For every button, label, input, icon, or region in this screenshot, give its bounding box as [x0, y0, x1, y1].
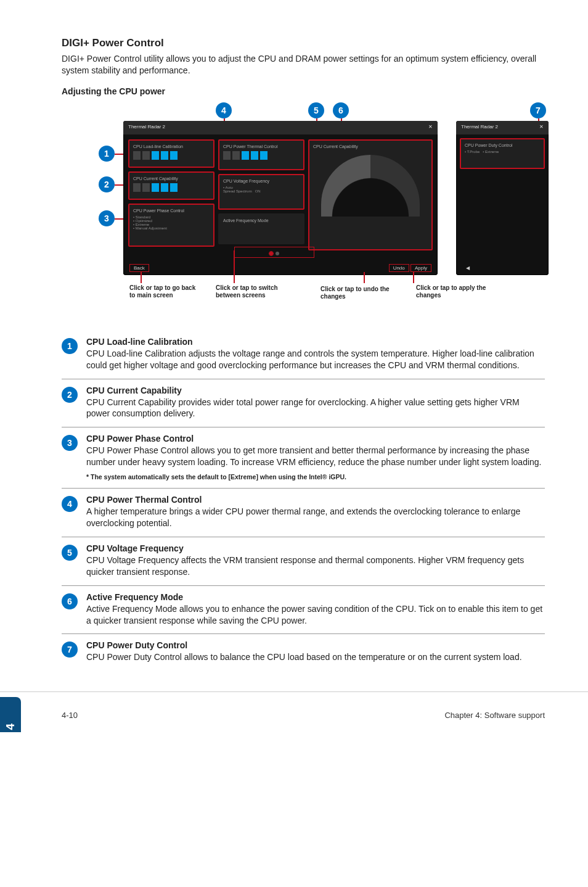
page-footer: 4-10 Chapter 4: Software support — [0, 691, 588, 732]
callout-5: 5 — [308, 102, 324, 118]
section-sub-title: Adjusting the CPU power — [62, 86, 545, 96]
feature-body: CPU Current Capability provides wider to… — [86, 397, 545, 420]
screen-pager[interactable] — [234, 247, 314, 258]
connector-line — [141, 272, 142, 283]
feature-note: * The system automatically sets the defa… — [86, 473, 545, 481]
connector-line — [413, 272, 414, 283]
callout-2: 2 — [99, 176, 115, 192]
feature-body: CPU Load-line Calibration adjusts the vo… — [86, 348, 545, 371]
feature-number: 2 — [62, 387, 78, 403]
section-intro: DIGI+ Power Control utility allows you t… — [62, 53, 545, 76]
feature-item-4: 4 CPU Power Thermal Control A higher tem… — [62, 489, 545, 537]
callout-6: 6 — [333, 102, 349, 118]
feature-title: CPU Power Thermal Control — [86, 495, 545, 505]
caption-switch: Click or tap to switch between screens — [216, 284, 302, 299]
panel-phase-control[interactable]: CPU Power Phase Control • Standard• Opti… — [128, 204, 214, 247]
feature-number: 7 — [62, 642, 78, 658]
window-title: Thermal Radar 2 — [461, 124, 498, 131]
feature-title: CPU Power Phase Control — [86, 434, 545, 444]
feature-number: 3 — [62, 435, 78, 451]
feature-number: 5 — [62, 545, 78, 561]
panel-active-frequency[interactable]: Active Frequency Mode — [218, 213, 304, 244]
feature-title: CPU Load-line Calibration — [86, 337, 545, 347]
feature-body: Active Frequency Mode allows you to enha… — [86, 603, 545, 627]
section-title: DIGI+ Power Control — [62, 37, 545, 49]
connector-line — [364, 272, 365, 283]
feature-item-3: 3 CPU Power Phase Control CPU Power Phas… — [62, 427, 545, 489]
back-button[interactable]: Back — [129, 264, 149, 272]
app-screenshot-main: Thermal Radar 2 ✕ CPU Load-line Calibrat… — [123, 121, 438, 275]
close-icon[interactable]: ✕ — [428, 124, 433, 131]
window-title: Thermal Radar 2 — [128, 124, 165, 131]
panel-duty-control[interactable]: CPU Power Duty Control • T.Probe • Extre… — [460, 138, 545, 169]
panel-current-gauge[interactable]: CPU Current Capability — [308, 139, 433, 250]
chapter-tab-label: Chapter 4 — [4, 723, 17, 733]
chapter-tab: Chapter 4 — [0, 697, 21, 732]
callout-7: 7 — [530, 102, 546, 118]
feature-title: CPU Power Duty Control — [86, 640, 545, 650]
back-button[interactable]: ◀ — [462, 265, 473, 271]
feature-body: CPU Voltage Frequency affects the VRM tr… — [86, 555, 545, 578]
feature-item-6: 6 Active Frequency Mode Active Frequency… — [62, 586, 545, 635]
panel-voltage-frequency[interactable]: CPU Voltage Frequency • AutoSpread Spect… — [218, 174, 304, 210]
caption-undo: Click or tap to undo the changes — [321, 286, 401, 300]
app-screenshot-secondary: Thermal Radar 2 ✕ CPU Power Duty Control… — [456, 121, 549, 275]
feature-body: CPU Power Duty Control allows to balance… — [86, 651, 545, 663]
panel-current-capability[interactable]: CPU Current Capability — [128, 171, 214, 200]
caption-back: Click or tap to go back to main screen — [129, 284, 197, 299]
diagram: 4 5 6 7 1 2 3 Thermal Radar 2 ✕ CPU Load… — [62, 102, 549, 318]
feature-title: CPU Current Capability — [86, 386, 545, 395]
page-number: 4-10 — [62, 711, 78, 720]
caption-apply: Click or tap to apply the changes — [416, 284, 490, 299]
panel-thermal-control[interactable]: CPU Power Thermal Control — [218, 139, 304, 170]
connector-line — [234, 250, 235, 283]
feature-body: CPU Power Phase Control allows you to ge… — [86, 445, 545, 468]
feature-title: CPU Voltage Frequency — [86, 543, 545, 553]
feature-number: 6 — [62, 593, 78, 609]
apply-button[interactable]: Apply — [410, 264, 431, 272]
panel-loadline[interactable]: CPU Load-line Calibration — [128, 139, 214, 168]
callout-1: 1 — [99, 146, 115, 162]
feature-number: 4 — [62, 496, 78, 512]
feature-list: 1 CPU Load-line Calibration CPU Load-lin… — [62, 331, 545, 671]
feature-item-5: 5 CPU Voltage Frequency CPU Voltage Freq… — [62, 537, 545, 586]
callout-4: 4 — [216, 102, 232, 118]
feature-number: 1 — [62, 338, 78, 354]
feature-item-2: 2 CPU Current Capability CPU Current Cap… — [62, 379, 545, 428]
feature-item-7: 7 CPU Power Duty Control CPU Power Duty … — [62, 634, 545, 670]
chapter-label: Chapter 4: Software support — [444, 711, 545, 720]
close-icon[interactable]: ✕ — [539, 124, 544, 131]
feature-title: Active Frequency Mode — [86, 592, 545, 602]
callout-3: 3 — [99, 210, 115, 226]
undo-button[interactable]: Undo — [389, 264, 409, 272]
feature-item-1: 1 CPU Load-line Calibration CPU Load-lin… — [62, 331, 545, 379]
gauge-icon — [321, 155, 420, 217]
feature-body: A higher temperature brings a wider CPU … — [86, 506, 545, 529]
